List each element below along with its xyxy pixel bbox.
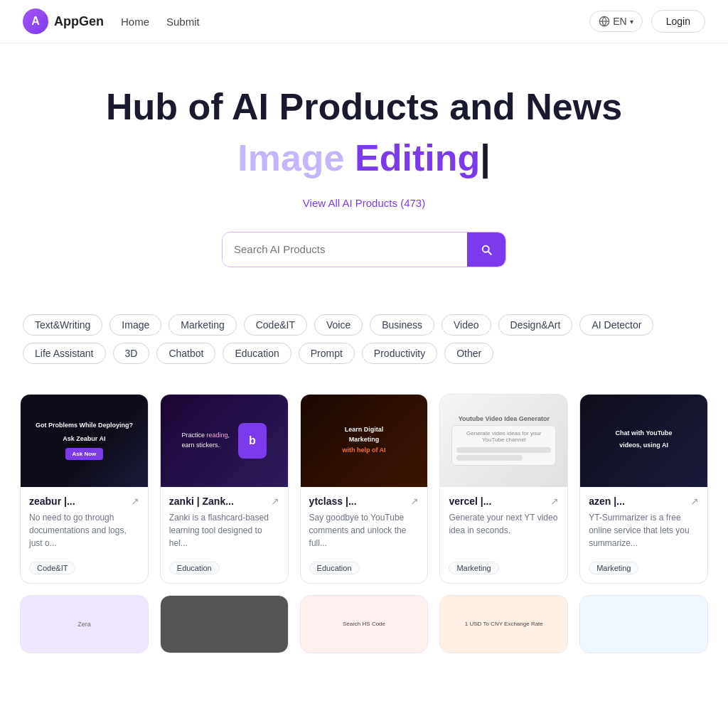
search-box [222,232,506,267]
external-link-icon[interactable]: ↗ [131,496,139,507]
navbar-left: A AppGen Home Submit [23,9,200,34]
card-body-zanki: zanki | Zank... ↗ Zanki is a flashcard-b… [161,487,288,583]
card-tag[interactable]: Code&IT [29,562,75,574]
card-tag[interactable]: Education [309,562,360,574]
card-ytclass[interactable]: Learn Digital Marketing with help of AI … [300,394,429,584]
hero-title: Hub of AI Products and News [14,86,714,129]
external-link-icon[interactable]: ↗ [271,496,279,507]
globe-icon [599,16,610,27]
filter-text-writing[interactable]: Text&Writing [23,314,102,336]
card-description: Say goodbye to YouTube comments and unlo… [309,511,419,554]
filter-prompt[interactable]: Prompt [299,343,355,364]
search-container [14,232,714,267]
card-title: zeabur |... [29,496,75,507]
search-icon [480,243,493,256]
card-image-zeabur: Got Problems While Deploying? Ask Zeabur… [21,395,148,487]
filter-codeit[interactable]: Code&IT [244,314,307,336]
language-label: EN [613,16,626,27]
card-azen[interactable]: Chat with YouTube videos, using AI azen … [579,394,708,584]
filter-life-assistant[interactable]: Life Assistant [23,343,106,364]
hero-section: Hub of AI Products and News Image Editin… [0,43,728,314]
card-image-zanki: Practice reading, earn stickers. b [161,395,288,487]
card-image-azen: Chat with YouTube videos, using AI [580,395,707,487]
card-tag[interactable]: Marketing [589,562,638,574]
filter-voice[interactable]: Voice [314,314,363,336]
card-title: ytclass |... [309,496,357,507]
filter-row-2: Life Assistant3DChatbotEducationPromptPr… [23,343,705,364]
card-zeabur[interactable]: Got Problems While Deploying? Ask Zeabur… [20,394,149,584]
filter-education[interactable]: Education [223,343,291,364]
hero-cursor: | [480,137,491,178]
card-title: zanki | Zank... [169,496,234,507]
card-title-row: azen |... ↗ [589,496,699,507]
filter-design-art[interactable]: Design&Art [498,314,573,336]
navbar-right: EN ▾ Login [589,10,705,33]
bottom-card-3[interactable]: 1 USD To CNY Exchange Rate [439,595,568,653]
app-name: AppGen [54,14,104,29]
filter-marketing[interactable]: Marketing [168,314,236,336]
card-vercel[interactable]: Youtube Video Idea Generator Generate vi… [439,394,568,584]
card-body-vercel: vercel |... ↗ Generate your next YT vide… [440,487,567,583]
cards-grid-bottom: Zera Search HS Code 1 USD To CNY Exchang… [20,595,708,653]
search-input[interactable] [223,235,467,264]
card-title: azen |... [589,496,625,507]
external-link-icon[interactable]: ↗ [690,496,699,507]
card-zanki[interactable]: Practice reading, earn stickers. b zanki… [160,394,289,584]
card-description: No need to go through documentations and… [29,511,139,554]
external-link-icon[interactable]: ↗ [410,496,419,507]
language-button[interactable]: EN ▾ [589,11,642,32]
bottom-card-1[interactable] [160,595,289,653]
login-button[interactable]: Login [651,10,705,33]
navbar: A AppGen Home Submit EN ▾ Login [0,0,728,43]
hero-subtitle: Image Editing| [14,137,714,180]
filter-image[interactable]: Image [109,314,161,336]
hero-word2: Editing [355,137,480,178]
filter-ai-detector[interactable]: AI Detector [579,314,653,336]
card-title-row: zeabur |... ↗ [29,496,139,507]
bottom-card-2[interactable]: Search HS Code [300,595,429,653]
card-title-row: ytclass |... ↗ [309,496,419,507]
external-link-icon[interactable]: ↗ [550,496,559,507]
nav-home[interactable]: Home [121,16,149,28]
card-title-row: vercel |... ↗ [449,496,559,507]
card-body-ytclass: ytclass |... ↗ Say goodbye to YouTube co… [301,487,428,583]
card-description: Zanki is a flashcard-based learning tool… [169,511,279,554]
view-all-link[interactable]: View All AI Products (473) [14,197,714,209]
bottom-card-4[interactable] [579,595,708,653]
logo-icon: A [23,9,48,34]
filter-section: Text&WritingImageMarketingCode&ITVoiceBu… [0,314,728,394]
card-image-vercel: Youtube Video Idea Generator Generate vi… [440,395,567,487]
card-description: YT-Summarizer is a free online service t… [589,511,699,554]
nav-submit[interactable]: Submit [166,16,200,28]
filter-video[interactable]: Video [441,314,491,336]
card-tag[interactable]: Education [169,562,220,574]
card-title: vercel |... [449,496,491,507]
filter-chatbot[interactable]: Chatbot [156,343,215,364]
bottom-card-0[interactable]: Zera [20,595,149,653]
card-tag[interactable]: Marketing [449,562,498,574]
logo[interactable]: A AppGen [23,9,104,34]
filter-other[interactable]: Other [444,343,493,364]
card-description: Generate your next YT video idea in seco… [449,511,559,554]
search-button[interactable] [467,232,505,267]
filter-productivity[interactable]: Productivity [362,343,437,364]
filter-3d[interactable]: 3D [113,343,150,364]
card-title-row: zanki | Zank... ↗ [169,496,279,507]
filter-business[interactable]: Business [370,314,434,336]
card-image-ytclass: Learn Digital Marketing with help of AI [301,395,428,487]
card-body-zeabur: zeabur |... ↗ No need to go through docu… [21,487,148,583]
filter-row-1: Text&WritingImageMarketingCode&ITVoiceBu… [23,314,705,336]
cards-section: Got Problems While Deploying? Ask Zeabur… [0,394,728,653]
chevron-down-icon: ▾ [630,18,633,26]
hero-word1: Image [237,137,344,178]
card-body-azen: azen |... ↗ YT-Summarizer is a free onli… [580,487,707,583]
cards-grid: Got Problems While Deploying? Ask Zeabur… [20,394,708,584]
